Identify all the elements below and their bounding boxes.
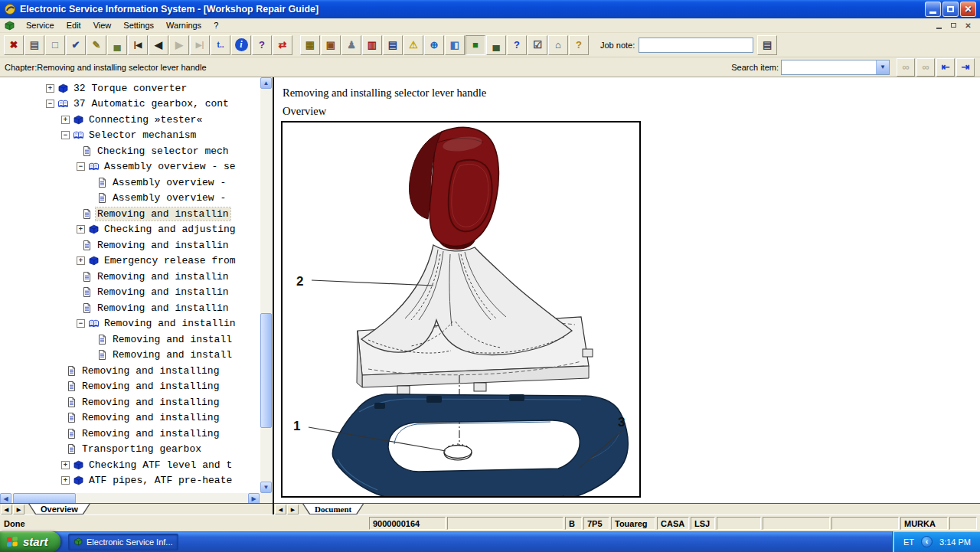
tree-item[interactable]: Removing and installing [0, 410, 260, 426]
globe-button[interactable]: ⊕ [424, 35, 444, 55]
tree-item[interactable]: Removing and installin [0, 206, 260, 222]
tree-item[interactable]: Removing and installin [0, 285, 260, 301]
paint-button[interactable]: ◧ [445, 35, 465, 55]
tree-item[interactable]: Removing and installing [0, 426, 260, 442]
find-next-button[interactable]: ∞ [916, 58, 935, 77]
tree-item[interactable]: +Emergency release from [0, 253, 260, 269]
workshop-button[interactable]: ⌂ [548, 35, 568, 55]
tree-item[interactable]: Removing and installing [0, 363, 260, 379]
tab-scroll-right-icon[interactable]: ▶ [13, 505, 24, 514]
tree-expand-icon[interactable]: + [61, 116, 70, 124]
tree-expand-icon[interactable]: + [77, 256, 85, 265]
checklist-button[interactable]: ☑ [528, 35, 547, 55]
tab-document[interactable]: Document [302, 504, 364, 514]
new-document-button[interactable]: □ [45, 35, 65, 55]
menu-warnings[interactable]: Warnings [160, 19, 207, 31]
tree-expand-icon[interactable]: + [61, 461, 70, 469]
taskbar-task-button[interactable]: Electronic Service Inf... [68, 534, 178, 550]
report-button[interactable]: ▦ [300, 35, 320, 55]
print-button[interactable]: ▤ [24, 35, 44, 55]
menu-[interactable]: ? [207, 19, 224, 31]
go-last-button[interactable]: ▶| [190, 35, 210, 55]
car-query-button[interactable]: ? [507, 35, 527, 55]
tab-scroll-left-icon[interactable]: ◀ [1, 505, 12, 514]
go-first-button[interactable]: |◀ [128, 35, 148, 55]
tree-item[interactable]: −37 Automatic gearbox, cont [0, 96, 260, 113]
tree-item[interactable]: Removing and installing [0, 394, 260, 410]
tree-collapse-icon[interactable]: − [61, 131, 70, 139]
tree-item[interactable]: Removing and installing [0, 379, 260, 395]
tree-expand-icon[interactable]: + [46, 84, 54, 93]
jump-previous-button[interactable]: ⇤ [936, 58, 955, 77]
note-button[interactable]: ✎ [87, 35, 106, 55]
customer-button[interactable]: ♟ [341, 35, 361, 55]
parts-parcel-button[interactable]: ▣ [321, 35, 341, 55]
document-list-button[interactable]: ▤ [383, 35, 403, 55]
tree-item[interactable]: Transporting gearbox [0, 442, 260, 458]
tree-item[interactable]: +Checking ATF level and t [0, 457, 260, 473]
tree-expand-icon[interactable]: + [77, 225, 85, 234]
tree-collapse-icon[interactable]: − [46, 100, 54, 108]
tree-item[interactable]: +Checking and adjusting [0, 222, 260, 238]
search-item-combobox[interactable]: ▼ [781, 60, 890, 75]
start-button[interactable]: start [0, 531, 60, 552]
tree-item[interactable]: −Removing and installin [0, 316, 260, 332]
mdi-close-button[interactable]: ✕ [962, 20, 975, 31]
tree-item[interactable]: +ATF pipes, ATF pre-heate [0, 473, 260, 489]
tree-item[interactable]: Removing and install [0, 332, 260, 348]
tree-item[interactable]: Assembly overview - [0, 175, 260, 191]
tab-overview[interactable]: Overview [28, 504, 90, 514]
menu-view[interactable]: View [87, 19, 118, 31]
transfer-button[interactable]: ⇄ [273, 35, 292, 55]
repair-manual-button[interactable]: ▥ [362, 35, 382, 55]
tab-scroll-right-icon[interactable]: ▶ [287, 505, 299, 514]
chevron-down-icon[interactable]: ▼ [876, 60, 889, 74]
document-query-button[interactable]: ? [569, 35, 589, 55]
help-button[interactable]: ? [252, 35, 272, 55]
document-menu-icon[interactable] [4, 20, 15, 31]
tree-item[interactable]: Removing and installin [0, 269, 260, 285]
job-note-properties-button[interactable]: ▤ [757, 35, 777, 55]
minimize-button[interactable] [925, 2, 941, 17]
info-button[interactable]: i [231, 35, 251, 55]
menu-service[interactable]: Service [20, 19, 60, 31]
tree-collapse-icon[interactable]: − [77, 162, 85, 171]
go-previous-button[interactable]: ◀ [149, 35, 168, 55]
vertical-scroll-thumb[interactable] [260, 313, 272, 428]
mdi-restore-button[interactable] [947, 20, 960, 31]
go-next-button[interactable]: ▶ [169, 35, 189, 55]
history-button[interactable]: t.. [211, 35, 230, 55]
warning-button[interactable]: ⚠ [403, 35, 423, 55]
tree-vertical-scrollbar[interactable]: ▲ ▼ [260, 77, 273, 505]
mdi-minimize-button[interactable] [933, 20, 946, 31]
tree-item[interactable]: −Selector mechanism [0, 128, 260, 144]
tree-item[interactable]: Assembly overview - [0, 191, 260, 207]
tree-item[interactable]: +32 Torque converter [0, 80, 260, 96]
scroll-down-icon[interactable]: ▼ [260, 482, 272, 493]
close-button[interactable]: ✕ [960, 2, 976, 17]
menu-settings[interactable]: Settings [117, 19, 160, 31]
tray-language-indicator[interactable]: ET [903, 537, 914, 547]
car-button[interactable]: ▄ [486, 35, 506, 55]
tree-item[interactable]: Checking selector mech [0, 143, 260, 159]
tree-item[interactable]: −Assembly overview - se [0, 159, 260, 175]
tree-item[interactable]: Removing and installin [0, 300, 260, 316]
tree-item[interactable]: Removing and install [0, 348, 260, 364]
tree-collapse-icon[interactable]: − [77, 319, 85, 328]
menu-edit[interactable]: Edit [60, 19, 87, 31]
find-previous-button[interactable]: ∞ [897, 58, 915, 77]
scroll-up-icon[interactable]: ▲ [260, 77, 272, 89]
tree-expand-icon[interactable]: + [61, 476, 70, 485]
search-item-input[interactable] [782, 60, 876, 74]
jump-next-button[interactable]: ⇥ [956, 58, 975, 77]
wallet-button[interactable]: ■ [466, 35, 485, 55]
exit-button[interactable]: ✖ [4, 35, 24, 55]
restore-button[interactable] [942, 2, 959, 17]
verify-document-button[interactable]: ✔ [66, 35, 86, 55]
tree-item[interactable]: +Connecting »tester« [0, 112, 260, 128]
tree-item[interactable]: Removing and installin [0, 237, 260, 253]
job-note-input[interactable] [639, 38, 753, 53]
tray-chevron-icon[interactable]: ‹ [921, 536, 933, 547]
tab-scroll-left-icon[interactable]: ◀ [275, 505, 286, 514]
vehicle-button[interactable]: ▄ [107, 35, 127, 55]
